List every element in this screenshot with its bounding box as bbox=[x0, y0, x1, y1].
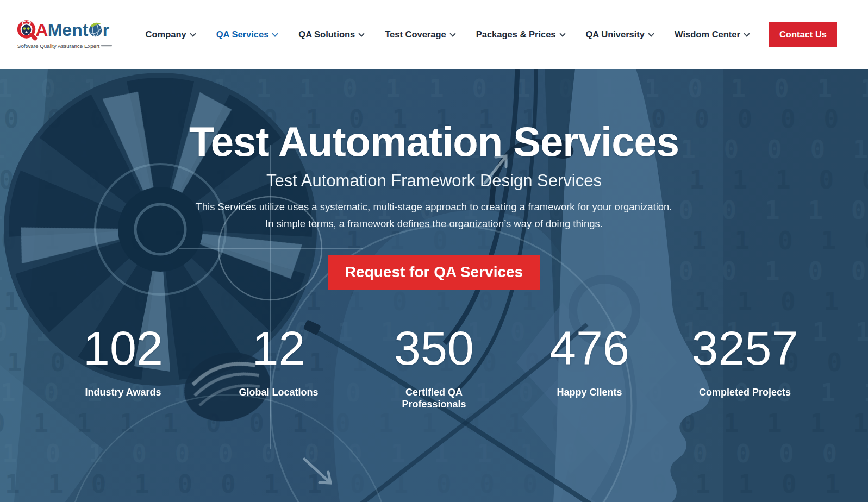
svg-text:0 1 1 1 1 0 0 1 0 1 1 0 1 0 1: 0 1 1 1 1 0 0 1 0 1 1 0 1 0 1 1 0 1 1 1 … bbox=[0, 409, 868, 438]
chevron-down-icon bbox=[272, 30, 278, 36]
logo-letter-a: A bbox=[35, 20, 48, 40]
stat-value: 476 bbox=[512, 324, 667, 372]
nav-item-label: QA University bbox=[586, 29, 645, 40]
hero-description-line2: In simple terms, a framework defines the… bbox=[0, 215, 868, 232]
page-title: Test Automation Services bbox=[0, 119, 868, 165]
nav-item-label: Wisdom Center bbox=[675, 29, 740, 40]
stat-happy-clients: 476 Happy Clients bbox=[512, 324, 667, 410]
chevron-down-icon bbox=[449, 30, 455, 36]
stat-value: 350 bbox=[357, 324, 512, 372]
stat-label: Industry Awards bbox=[72, 386, 175, 398]
stat-label: Happy Clients bbox=[538, 386, 641, 398]
hero-section: 1 0 1 0 0 1 1 1 0 1 1 0 1 0 1 1 0 1 0 1 … bbox=[0, 69, 868, 502]
nav-item-packages-prices[interactable]: Packages & Prices bbox=[476, 29, 565, 40]
chevron-down-icon bbox=[359, 30, 365, 36]
stat-global-locations: 12 Global Locations bbox=[201, 324, 357, 410]
chevron-down-icon bbox=[744, 30, 750, 36]
hero-content: Test Automation Services Test Automation… bbox=[0, 69, 868, 410]
stat-value: 3257 bbox=[667, 324, 823, 372]
svg-text:1 1 0 1 0 0 1 1 0 1 0 0 0 1 0: 1 1 0 1 0 0 1 1 0 1 0 0 0 1 0 0 1 1 0 1 … bbox=[5, 469, 868, 499]
chevron-down-icon bbox=[648, 30, 654, 36]
qa-bug-icon bbox=[19, 21, 35, 38]
header: A Ment r Software Quality Assurance Expe… bbox=[0, 0, 868, 69]
nav-item-qa-solutions[interactable]: QA Solutions bbox=[298, 29, 364, 40]
globe-o-icon bbox=[89, 23, 102, 36]
chevron-down-icon bbox=[190, 30, 196, 36]
stat-certified-qa-professionals: 350 Certified QA Professionals bbox=[357, 324, 512, 410]
contact-us-button[interactable]: Contact Us bbox=[769, 22, 837, 47]
stat-completed-projects: 3257 Completed Projects bbox=[667, 324, 823, 410]
nav-item-label: QA Services bbox=[216, 29, 269, 40]
nav-item-qa-university[interactable]: QA University bbox=[586, 29, 654, 40]
nav-item-label: Packages & Prices bbox=[476, 29, 556, 40]
nav-item-label: Test Coverage bbox=[385, 29, 446, 40]
stat-value: 102 bbox=[46, 324, 201, 372]
stats-row: 102 Industry Awards 12 Global Locations … bbox=[46, 324, 823, 410]
stat-industry-awards: 102 Industry Awards bbox=[46, 324, 201, 410]
request-qa-services-button[interactable]: Request for QA Services bbox=[328, 255, 540, 290]
nav-item-company[interactable]: Company bbox=[146, 29, 195, 40]
hero-description: This Services utilize uses a systematic,… bbox=[0, 198, 868, 232]
svg-text:1 0 1 0 0 0 0 0 0 1 1 1 1 0 0: 1 0 1 0 0 0 0 0 0 1 1 1 1 0 0 0 0 0 0 0 … bbox=[2, 439, 868, 468]
hero-description-line1: This Services utilize uses a systematic,… bbox=[0, 198, 868, 215]
nav-item-label: QA Solutions bbox=[298, 29, 355, 40]
nav-item-qa-services[interactable]: QA Services bbox=[216, 29, 278, 40]
stat-value: 12 bbox=[201, 324, 357, 372]
tagline-swoosh bbox=[101, 45, 112, 46]
logo[interactable]: A Ment r Software Quality Assurance Expe… bbox=[16, 18, 113, 51]
stat-label: Global Locations bbox=[227, 386, 330, 398]
page-subtitle: Test Automation Framework Design Service… bbox=[0, 171, 868, 191]
logo-text-ment: Ment bbox=[48, 20, 89, 40]
logo-tagline: Software Quality Assurance Expert bbox=[17, 43, 100, 49]
stat-label: Certified QA Professionals bbox=[383, 386, 486, 410]
stat-label: Completed Projects bbox=[694, 386, 797, 398]
chevron-down-icon bbox=[559, 30, 565, 36]
qa-mentor-logo: A Ment r Software Quality Assurance Expe… bbox=[16, 18, 113, 51]
main-navigation: Company QA Services QA Solutions Test Co… bbox=[146, 29, 749, 40]
logo-text-r: r bbox=[103, 20, 109, 40]
nav-item-test-coverage[interactable]: Test Coverage bbox=[385, 29, 455, 40]
nav-item-wisdom-center[interactable]: Wisdom Center bbox=[675, 29, 749, 40]
nav-item-label: Company bbox=[146, 29, 186, 40]
